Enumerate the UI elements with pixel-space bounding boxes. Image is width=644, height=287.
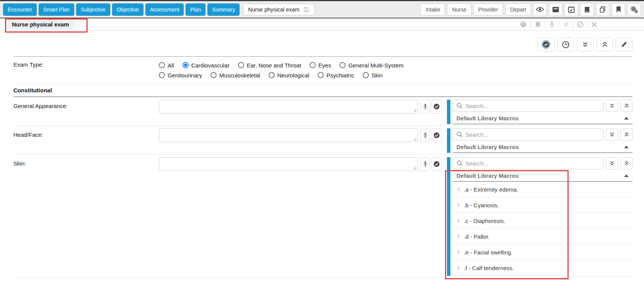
macro-item-facial-swelling[interactable]: .e - Facial swelling. (453, 244, 633, 260)
radio-skin[interactable]: Skin (363, 72, 383, 79)
provider-button[interactable]: Provider (473, 3, 503, 16)
radio-neurological[interactable]: Neurological (269, 72, 309, 79)
confirm-field-button[interactable] (432, 157, 442, 171)
bookmark-button[interactable] (611, 3, 625, 16)
tab-summary[interactable]: Summary (207, 3, 240, 16)
microphone-icon (423, 161, 427, 167)
expand-macros-button[interactable] (606, 157, 618, 169)
radio-circle-icon (159, 62, 165, 68)
close-section-button[interactable] (587, 20, 601, 29)
exam-toolbar (0, 31, 644, 56)
radio-eyes[interactable]: Eyes (310, 62, 331, 69)
check-circle-icon (433, 103, 440, 110)
row-general-appearance: General Appearance: Default Library Macr… (13, 97, 633, 126)
radio-label: Musculoskeletal (219, 72, 260, 79)
macro-item-cyanosis[interactable]: .b - Cyanosis. (453, 197, 633, 213)
general-appearance-textarea[interactable] (159, 100, 418, 113)
macro-search-box (453, 100, 603, 112)
chevron-left-icon (457, 218, 460, 223)
radio-genitourinary[interactable]: Genitourinary (159, 72, 202, 79)
settings-button[interactable] (627, 3, 641, 16)
archive-box-icon (552, 7, 559, 13)
dictate-field-button[interactable] (420, 128, 430, 142)
macro-search-input[interactable] (465, 131, 600, 138)
book-icon (535, 21, 541, 27)
macro-item-label: .a - Extremity edema. (464, 186, 518, 193)
dictate-button[interactable] (545, 20, 559, 29)
pencil-icon (621, 41, 628, 48)
macros-group-header[interactable]: Default Library Macros (453, 172, 633, 182)
bookmark-icon (616, 6, 621, 13)
book-icon (584, 7, 590, 13)
exam-type-label: Exam Type: (13, 60, 159, 80)
macro-search-input[interactable] (465, 160, 600, 167)
radio-general-multi-system[interactable]: General Multi-System (339, 62, 403, 69)
macro-item-pallor[interactable]: .d - Pallor. (453, 229, 633, 244)
section-title-bar: Nurse physical exam ? (0, 18, 644, 31)
confirm-field-button[interactable] (432, 100, 442, 113)
radio-all[interactable]: All (159, 62, 174, 69)
history-button[interactable] (557, 38, 574, 51)
title-bar-actions: ? (516, 20, 601, 29)
skin-textarea[interactable] (159, 157, 418, 171)
tab-subjective[interactable]: Subjective (76, 3, 110, 16)
collapse-macros-button[interactable] (620, 128, 633, 141)
archive-button[interactable] (549, 3, 562, 16)
dictate-field-button[interactable] (420, 100, 430, 113)
radio-circle-icon (310, 62, 316, 68)
collapse-all-button[interactable] (596, 38, 613, 51)
collapse-macros-button[interactable] (620, 100, 633, 112)
tab-document-active[interactable]: Nurse physical exam (243, 4, 315, 15)
head-face-textarea[interactable] (159, 128, 418, 142)
caret-up-icon[interactable] (624, 146, 629, 148)
macros-panel: Default Library Macros (453, 128, 633, 153)
radio-circle-icon (183, 62, 189, 68)
macros-group-header[interactable]: Default Library Macros (453, 115, 633, 124)
caret-up-icon[interactable] (624, 174, 629, 177)
radio-label: Genitourinary (168, 72, 202, 79)
mark-complete-button[interactable] (538, 38, 554, 51)
disable-section-button[interactable] (573, 20, 587, 29)
chevron-left-icon (457, 202, 460, 208)
tab-smart-plan[interactable]: Smart Plan (39, 3, 74, 16)
dictate-field-button[interactable] (420, 157, 430, 171)
macros-group-header[interactable]: Default Library Macros (453, 144, 633, 153)
library-book-button[interactable] (530, 20, 545, 29)
tab-plan[interactable]: Plan (186, 3, 205, 16)
chevron-left-icon (457, 265, 460, 271)
radio-circle-icon (363, 72, 369, 78)
calendar-button[interactable] (564, 3, 578, 16)
radio-ear-nose-throat[interactable]: Ear, Nose and Throat (238, 62, 301, 69)
microphone-icon (549, 21, 554, 28)
nurse-button[interactable]: Nurse (447, 3, 471, 16)
chevron-left-icon (457, 234, 460, 239)
collapse-macros-button[interactable] (620, 157, 633, 169)
macro-item-calf-tenderness[interactable]: .f - Calf tenderness. (453, 260, 633, 276)
expand-macros-button[interactable] (606, 100, 618, 112)
search-icon (457, 131, 463, 138)
copy-button[interactable] (596, 3, 610, 16)
tab-objective[interactable]: Objective (112, 3, 143, 16)
macros-panel-accent-bar (447, 157, 450, 276)
edit-button[interactable] (616, 38, 633, 51)
tab-encounter[interactable]: Encounter (3, 3, 37, 16)
help-button[interactable]: ? (516, 20, 530, 29)
radio-label: Ear, Nose and Throat (247, 62, 301, 69)
macro-item-extremity-edema[interactable]: .a - Extremity edema. (453, 182, 633, 197)
radio-cardiovascular[interactable]: Cardiovascular (183, 62, 230, 69)
radio-psychiatric[interactable]: Psychiatric (318, 72, 354, 79)
expand-macros-button[interactable] (606, 128, 618, 141)
macro-search-input[interactable] (465, 103, 600, 109)
expand-all-button[interactable] (577, 38, 593, 51)
intake-button[interactable]: Intake (421, 3, 445, 16)
confirm-field-button[interactable] (432, 128, 442, 142)
library-button[interactable] (580, 3, 594, 16)
caret-up-icon[interactable] (624, 117, 629, 120)
depart-button[interactable]: Depart (505, 3, 531, 16)
eye-button[interactable] (533, 3, 547, 16)
tab-assessment[interactable]: Assessment (145, 3, 184, 16)
macro-item-diaphoresis[interactable]: .c - Diaphoresis. (453, 213, 633, 229)
microphone-icon (423, 103, 427, 110)
radio-musculoskeletal[interactable]: Musculoskeletal (210, 72, 260, 79)
collapse-section-button[interactable] (559, 20, 573, 29)
